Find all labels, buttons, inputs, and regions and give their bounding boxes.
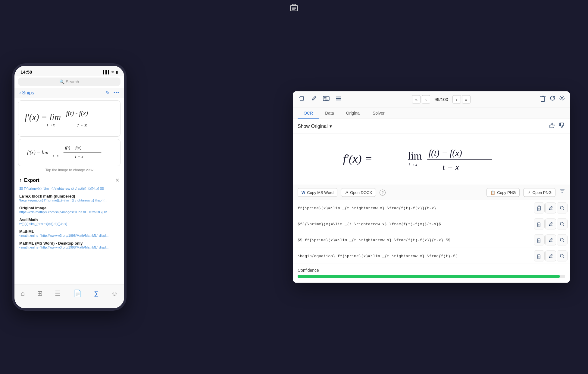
search-icon: 🔍 (59, 79, 66, 84)
delete-icon[interactable] (540, 95, 546, 103)
copy-png-icon: 📋 (490, 190, 495, 195)
latex-row: $$ f^{\prime}(x)=\lim _{t \rightarrow x}… (293, 232, 570, 248)
tab-grid-icon[interactable]: ⊞ (37, 290, 42, 297)
pen-icon[interactable] (310, 94, 318, 104)
confidence-bar-background (298, 275, 565, 278)
open-docx-button[interactable]: ↗ Open DOCX (341, 188, 376, 197)
list-item[interactable]: AsciiMath f^(')(x)=lim_(t rarr x)(f(t)-f… (14, 216, 124, 227)
svg-rect-60 (537, 239, 540, 243)
svg-line-53 (563, 209, 564, 210)
search-button[interactable] (557, 203, 568, 214)
nav-last-button[interactable]: » (462, 95, 471, 103)
panel-toolbar: « ‹ 99/100 › » (293, 91, 570, 108)
nav-next-button[interactable]: › (452, 95, 461, 103)
tab-ocr[interactable]: OCR (298, 108, 319, 119)
clipboard-button[interactable] (534, 251, 545, 261)
copy-png-button[interactable]: 📋 Copy PNG (486, 188, 520, 197)
svg-point-58 (560, 222, 563, 225)
svg-text:f′(x) =: f′(x) = (343, 152, 372, 165)
tab-data[interactable]: Data (319, 108, 340, 119)
menu-icon[interactable] (334, 95, 343, 104)
chevron-left-icon: ‹ (19, 90, 21, 96)
phone-tap-hint: Tap the image to change view (14, 168, 124, 172)
wifi-icon: ≋ (111, 70, 114, 74)
svg-line-71 (563, 257, 564, 258)
list-item[interactable]: MathML <math xmlns="http://www.w3.org/19… (14, 227, 124, 239)
show-original-row: Show Original ▾ (293, 119, 570, 134)
search-button[interactable] (557, 219, 568, 230)
latex-row: \begin{equation} f^{\prime}(x)=\lim _{t … (293, 248, 570, 264)
svg-text:f(t) − f(x): f(t) − f(x) (429, 148, 462, 158)
open-png-button[interactable]: ↗ Open PNG (523, 188, 555, 197)
tab-profile-icon[interactable]: ☺ (111, 290, 118, 297)
tab-math-icon[interactable]: ∑ (94, 290, 99, 297)
back-button[interactable]: ‹ Snips (19, 90, 34, 96)
export-list: $$ f^{\prime}(x)=\lim _{t \rightarrow x}… (14, 185, 124, 251)
tab-solver[interactable]: Solver (367, 108, 391, 119)
battery-icon: ▮ (116, 70, 118, 74)
more-icon[interactable]: ••• (114, 90, 119, 96)
copy-png-label: Copy PNG (497, 190, 516, 195)
search-button[interactable] (557, 251, 568, 261)
tab-pdf-icon[interactable]: 📄 (74, 290, 82, 297)
edit-button[interactable] (545, 235, 556, 246)
svg-point-70 (560, 254, 563, 257)
latex-code-3[interactable]: $$ f^{\prime}(x)=\lim _{t \rightarrow x}… (293, 234, 531, 246)
export-item-value: <math xmlns="http://www.w3.org/1998/Math… (19, 234, 119, 237)
phone-status-bar: 14:58 ▐▐▐ ≋ ▮ (14, 66, 124, 76)
svg-rect-35 (550, 125, 551, 128)
nav-prev-button[interactable]: ‹ (422, 95, 430, 103)
open-png-label: Open PNG (532, 190, 552, 195)
clipboard-button[interactable] (534, 203, 545, 214)
clipboard-button[interactable] (534, 235, 545, 246)
close-icon[interactable]: ✕ (115, 177, 119, 183)
edit-button[interactable] (545, 251, 556, 261)
edit-icon[interactable]: ✎ (105, 90, 110, 96)
thumbs-up-icon[interactable] (549, 122, 555, 130)
clipboard-button[interactable] (534, 219, 545, 230)
settings-icon[interactable] (559, 95, 565, 103)
signal-icon: ▐▐▐ (102, 70, 109, 74)
list-item[interactable]: MathML (MS Word) - Desktop only <math xm… (14, 239, 124, 251)
tab-home-icon[interactable]: ⌂ (21, 290, 25, 297)
latex-code-2[interactable]: $f^{\prime}(x)=\lim _{t \rightarrow x} \… (293, 218, 531, 230)
export-item-value: \begin{equation} f^{\prime}(x)=\lim _{t … (19, 198, 119, 202)
keyboard-icon[interactable] (322, 95, 331, 104)
latex-row-actions (531, 248, 570, 264)
tab-doc-icon[interactable]: ☰ (55, 290, 61, 297)
show-original-button[interactable]: Show Original ▾ (298, 123, 332, 129)
phone-search-bar[interactable]: 🔍 Search (18, 78, 120, 86)
svg-text:lim: lim (408, 150, 422, 162)
open-png-icon: ↗ (527, 190, 530, 195)
svg-line-65 (563, 241, 564, 242)
phone-tab-bar: ⌂ ⊞ ☰ 📄 ∑ ☺ (14, 284, 124, 308)
latex-code-1[interactable]: f^{\prime}(x)=\lim _{t \rightarrow x} \f… (293, 202, 531, 214)
refresh-icon[interactable] (549, 95, 555, 103)
copy-ms-word-button[interactable]: W Copy MS Word (298, 188, 337, 197)
nav-first-button[interactable]: « (412, 95, 421, 103)
confidence-section: Confidence (293, 264, 570, 283)
list-item[interactable]: $$ f^{\prime}(x)=\lim _{t \rightarrow x}… (14, 185, 124, 192)
thumbs-down-icon[interactable] (558, 122, 565, 130)
feedback-buttons (549, 122, 565, 130)
phone-rendered-area[interactable]: f'(x) = lim f(t) − f(x) t − x t→x (18, 139, 120, 166)
help-label: ? (382, 190, 384, 195)
tab-ocr-label: OCR (304, 111, 313, 116)
list-item[interactable]: Original Image https://cdn.mathpix.com/s… (14, 204, 124, 216)
crop-icon[interactable] (298, 94, 306, 104)
search-button[interactable] (557, 235, 568, 246)
svg-text:t→x: t→x (47, 122, 55, 127)
upload-icon: ↑ (19, 178, 22, 183)
edit-button[interactable] (545, 203, 556, 214)
edit-button[interactable] (545, 219, 556, 230)
phone-formula-area[interactable]: f'(x) = lim f(t) - f(x) t - x t→x (18, 100, 120, 137)
search-label: Search (66, 79, 79, 84)
open-docx-label: Open DOCX (350, 190, 372, 195)
help-icon[interactable]: ? (380, 189, 386, 195)
latex-code-4[interactable]: \begin{equation} f^{\prime}(x)=\lim _{t … (293, 250, 531, 262)
svg-text:t - x: t - x (77, 122, 87, 129)
filter-icon[interactable] (559, 188, 565, 197)
tab-original[interactable]: Original (340, 108, 367, 119)
chevron-down-icon: ▾ (330, 123, 332, 129)
list-item[interactable]: LaTeX block math (numbered) \begin{equat… (14, 192, 124, 204)
